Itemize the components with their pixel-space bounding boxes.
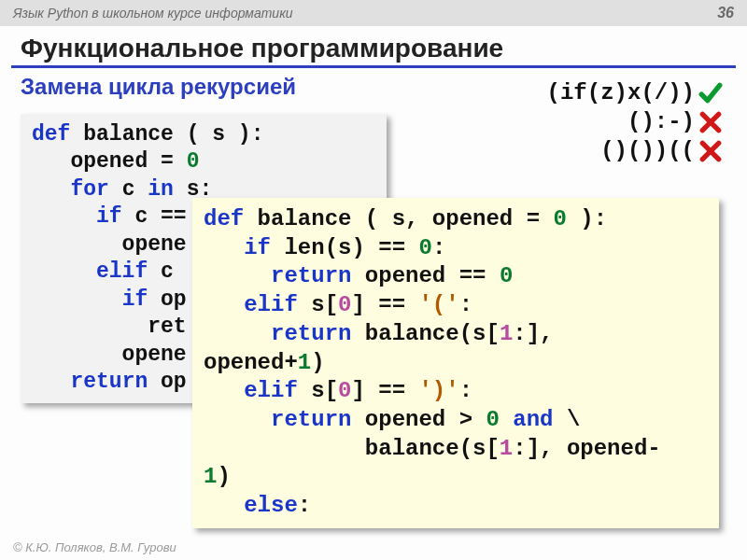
checkmark-icon [698,81,723,105]
title-underline [11,65,736,68]
slide-header: Язык Python в школьном курсе информатики… [0,0,747,26]
slide-title: Функциональное программирование [0,26,747,65]
example-text: (if(z)x(/)) [547,78,695,107]
example-text: ()())(( [600,136,695,165]
copyright-footer: © К.Ю. Поляков, В.М. Гурови [13,540,176,554]
examples-block: (if(z)x(/)) ():-) ()())(( [547,78,723,166]
example-row: ():-) [547,107,723,136]
example-row: ()())(( [547,136,723,165]
course-name: Язык Python в школьном курсе информатики [13,6,293,21]
cross-icon [698,110,723,134]
page-number: 36 [717,5,734,21]
example-row: (if(z)x(/)) [547,78,723,107]
cross-icon [698,139,723,163]
example-text: ():-) [627,107,695,136]
code-block-recursive: def balance ( s, opened = 0 ): if len(s)… [192,198,719,528]
